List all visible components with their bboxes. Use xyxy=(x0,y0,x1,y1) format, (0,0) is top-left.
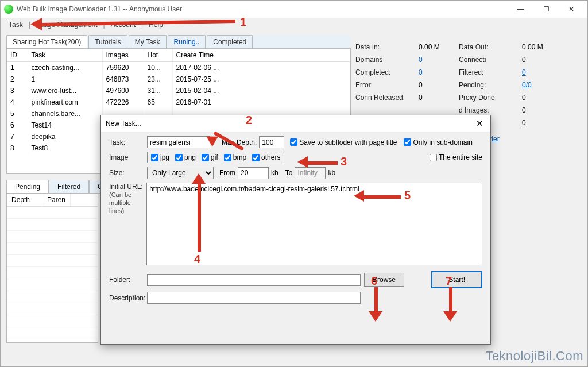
d-images-value: 0 xyxy=(522,106,526,114)
app-icon xyxy=(4,5,13,14)
col-create[interactable]: Create Time xyxy=(172,49,350,62)
maximize-button[interactable]: ☐ xyxy=(533,1,559,17)
conn-released-label: Conn Released: xyxy=(355,94,419,102)
d-images-label: d Images: xyxy=(459,106,522,114)
start-button[interactable]: Start! xyxy=(431,271,482,288)
bmp-check[interactable]: bmp xyxy=(224,153,246,161)
url-sub: (Can be multiple lines) xyxy=(109,191,131,214)
conn-released-value: 0 xyxy=(419,94,459,102)
table-row[interactable]: 4pinkfineart.com472226652016-07-01 xyxy=(7,96,350,108)
menu-sep: | xyxy=(101,21,107,29)
close-icon[interactable]: ✕ xyxy=(473,117,486,130)
menu-account[interactable]: Account xyxy=(107,20,139,30)
window-title: Web Bulk Image Downloader 1.31 -- Anonym… xyxy=(17,5,508,13)
folder-input[interactable] xyxy=(147,274,361,286)
table-row[interactable]: 2164687323...2015-07-25 ... xyxy=(7,74,350,85)
tab-completed[interactable]: Completed xyxy=(207,35,253,48)
data-in-value: 0.00 M xyxy=(419,43,459,51)
url-label: Initial URL: xyxy=(109,183,143,191)
proxy-done-value: 0 xyxy=(522,94,526,102)
description-label: Description: xyxy=(109,294,147,302)
gif-check[interactable]: gif xyxy=(202,153,218,161)
menu-sep: | xyxy=(26,21,33,29)
image-label: Image xyxy=(109,153,147,161)
jpg-check[interactable]: jpg xyxy=(151,153,169,161)
minimize-button[interactable]: — xyxy=(508,1,533,17)
kb-label-2: kb xyxy=(328,169,335,177)
size-select[interactable]: Only Large xyxy=(147,167,214,179)
folder-label: Folder: xyxy=(109,276,147,284)
size-label: Size: xyxy=(109,169,147,177)
lower-tabstrip: Pending Filtered C xyxy=(6,180,110,194)
completed-label: Completed: xyxy=(355,68,419,76)
dialog-title: New Task... xyxy=(106,119,141,128)
top-tabstrip: Sharing Hot Task(200) Tutorials My Task … xyxy=(6,35,351,49)
col-parent[interactable]: Paren xyxy=(42,194,71,206)
browse-button[interactable]: Browse xyxy=(364,273,404,287)
table-row[interactable]: 1czech-casting...75962010...2017-02-06 .… xyxy=(7,62,350,74)
pending-value[interactable]: 0/0 xyxy=(522,81,532,89)
col-hot[interactable]: Hot xyxy=(144,49,172,62)
to-input xyxy=(295,167,326,179)
data-out-value: 0.00 M xyxy=(522,43,543,51)
from-label: From xyxy=(219,169,235,177)
col-depth[interactable]: Depth xyxy=(7,194,42,206)
connecti-value: 0 xyxy=(522,56,526,64)
filtered-value[interactable]: 0 xyxy=(522,68,526,76)
tab-running[interactable]: Runing.. xyxy=(168,35,206,48)
max-depth-label: Max Depth: xyxy=(222,138,257,146)
from-input[interactable] xyxy=(238,167,269,179)
description-input[interactable] xyxy=(147,292,361,304)
domains-value[interactable]: 0 xyxy=(419,56,423,64)
col-images[interactable]: Images xyxy=(102,49,144,62)
png-check[interactable]: png xyxy=(175,153,196,161)
table-row[interactable]: 3www.ero-lust...49760031...2015-02-04 ..… xyxy=(7,85,350,96)
task-input[interactable] xyxy=(147,136,210,148)
completed-value[interactable]: 0 xyxy=(419,68,423,76)
entire-site-check[interactable]: The entire site xyxy=(430,153,482,161)
menu-sep: | xyxy=(139,21,145,29)
kb-label: kb xyxy=(271,169,278,177)
error-value: 0 xyxy=(419,81,459,89)
dialog-titlebar: New Task... ✕ xyxy=(101,115,490,132)
pending-label: Pending: xyxy=(459,81,522,89)
col-task[interactable]: Task xyxy=(28,49,102,62)
new-task-dialog: New Task... ✕ Task: Max Depth: Save to s… xyxy=(100,115,491,345)
col-id[interactable]: ID xyxy=(7,49,28,62)
filtered-label: Filtered: xyxy=(459,68,522,76)
menu-help[interactable]: Help xyxy=(145,20,167,30)
domains-label: Domains xyxy=(355,56,419,64)
url-textarea[interactable]: http://www.bademcicegi.com.tr/badem-cice… xyxy=(146,183,482,265)
only-subdomain-check[interactable]: Only in sub-domain xyxy=(404,138,472,146)
task-label: Task: xyxy=(109,138,147,146)
titlebar: Web Bulk Image Downloader 1.31 -- Anonym… xyxy=(1,1,587,18)
tab-pending[interactable]: Pending xyxy=(6,180,49,193)
to-label: To xyxy=(285,169,293,177)
menubar: Task | Image Management | Account | Help xyxy=(1,18,587,32)
close-button[interactable]: ✕ xyxy=(559,1,584,17)
tab-sharing-hot[interactable]: Sharing Hot Task(200) xyxy=(6,35,87,48)
proxy-done-label: Proxy Done: xyxy=(459,94,522,102)
connecti-label: Connecti xyxy=(459,56,522,64)
tab-tutorials[interactable]: Tutorials xyxy=(88,35,127,48)
save-subfolder-check[interactable]: Save to subfloder with page title xyxy=(290,138,397,146)
menu-image-management[interactable]: Image Management xyxy=(33,20,101,30)
others-check[interactable]: others xyxy=(252,153,280,161)
data-out-label: Data Out: xyxy=(459,43,522,51)
max-depth-input[interactable] xyxy=(259,136,284,148)
tab-filtered[interactable]: Filtered xyxy=(49,180,89,193)
menu-task[interactable]: Task xyxy=(5,20,26,30)
s-value: 0 xyxy=(522,119,526,127)
pending-grid[interactable]: Depth Paren xyxy=(6,194,98,343)
error-label: Error: xyxy=(355,81,419,89)
watermark: TeknolojiBil.Com xyxy=(485,349,583,364)
tab-my-task[interactable]: My Task xyxy=(129,35,167,48)
data-in-label: Data In: xyxy=(355,43,419,51)
